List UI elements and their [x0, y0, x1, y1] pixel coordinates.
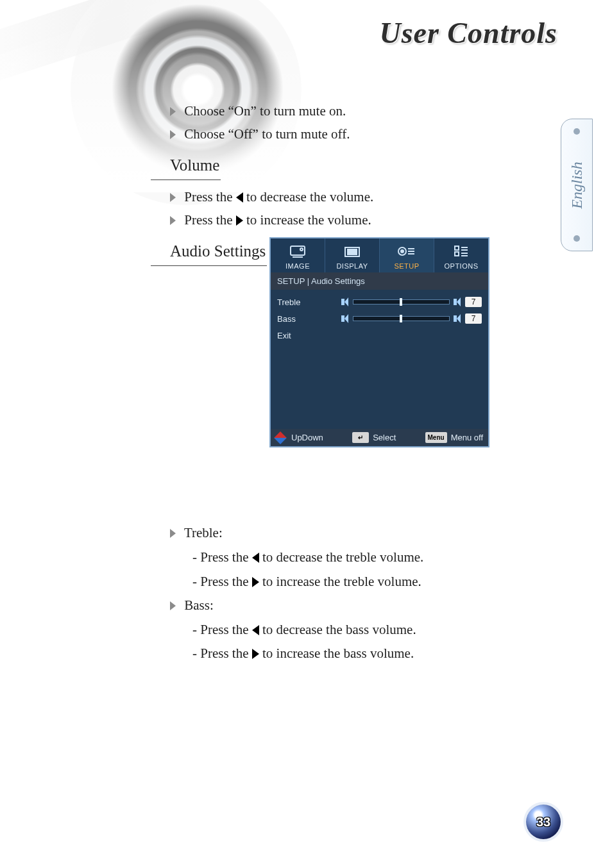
- bullet-arrow-icon: [170, 216, 176, 225]
- bullet-arrow-icon: [170, 529, 176, 538]
- mute-off-text: Choose “Off” to turn mute off.: [184, 126, 350, 142]
- osd-footer-updown: UpDown: [291, 433, 323, 442]
- osd-breadcrumb: SETUP | Audio Settings: [271, 272, 488, 290]
- osd-row-label: Exit: [277, 331, 341, 340]
- chapter-title: User Controls: [379, 16, 557, 50]
- bullet-arrow-icon: [170, 601, 176, 610]
- osd-tab-label: SETUP: [380, 262, 434, 270]
- text: Press the: [184, 212, 236, 228]
- bass-heading: Bass:: [184, 597, 214, 613]
- right-arrow-icon: [236, 215, 243, 226]
- bass-heading-line: Bass:: [170, 595, 561, 617]
- svg-rect-7: [455, 246, 459, 250]
- osd-slider[interactable]: 7: [341, 297, 482, 307]
- osd-row-label: Treble: [277, 297, 341, 307]
- audio-settings-heading: Audio Settings: [151, 238, 267, 266]
- slider-knob[interactable]: [400, 315, 402, 322]
- slider-knob[interactable]: [400, 298, 402, 306]
- slider-track[interactable]: [353, 299, 450, 305]
- treble-decrease-line: - Press the to decrease the treble volum…: [192, 547, 561, 569]
- svg-rect-4: [353, 249, 357, 255]
- mute-on-text: Choose “On” to turn mute on.: [184, 103, 346, 119]
- text: - Press the: [192, 574, 252, 589]
- slider-value: 7: [465, 313, 482, 324]
- text: - Press the: [192, 646, 252, 661]
- page-number: 33: [536, 815, 550, 830]
- bass-sub: - Press the to decrease the bass volume.…: [192, 619, 561, 665]
- page-number-orb: 33: [526, 805, 561, 839]
- volume-increase-line: Press the to increase the volume.: [170, 210, 561, 231]
- slider-value: 7: [465, 297, 482, 307]
- decorative-dot: [574, 128, 580, 135]
- svg-point-1: [300, 248, 303, 251]
- text: to decrease the volume.: [246, 189, 373, 204]
- text: to increase the treble volume.: [262, 574, 421, 589]
- osd-tab-label: OPTIONS: [434, 262, 488, 270]
- decorative-dot: [574, 235, 580, 242]
- bullet-arrow-icon: [170, 107, 176, 116]
- setup-tab-icon: [380, 242, 434, 260]
- volume-heading: Volume: [151, 153, 221, 180]
- speaker-high-icon: [454, 297, 461, 306]
- display-tab-icon: [325, 242, 379, 260]
- left-arrow-icon: [252, 625, 259, 635]
- treble-heading: Treble:: [184, 525, 223, 540]
- osd-footer-menuoff: Menu off: [451, 433, 483, 442]
- osd-row-label: Bass: [277, 314, 341, 324]
- text: Press the: [184, 189, 236, 204]
- osd-slider[interactable]: 7: [341, 313, 482, 324]
- osd-tabs: IMAGE DISPLAY SETUP OPTIONS: [271, 238, 488, 272]
- text: to decrease the bass volume.: [262, 622, 416, 637]
- svg-rect-8: [455, 252, 459, 256]
- language-label: English: [569, 162, 584, 208]
- enter-key-icon: ↵: [352, 432, 369, 443]
- osd-menu: IMAGE DISPLAY SETUP OPTIONS SE: [269, 237, 489, 447]
- bass-decrease-line: - Press the to decrease the bass volume.: [192, 619, 561, 641]
- osd-tab-setup[interactable]: SETUP: [380, 238, 434, 272]
- bass-increase-line: - Press the to increase the bass volume.: [192, 643, 561, 665]
- bullet-arrow-icon: [170, 193, 176, 202]
- mute-on-line: Choose “On” to turn mute on.: [170, 101, 561, 122]
- menu-key-icon: Menu: [425, 432, 447, 443]
- image-tab-icon: [271, 242, 325, 260]
- osd-tab-image[interactable]: IMAGE: [271, 238, 325, 272]
- treble-heading-line: Treble:: [170, 522, 561, 544]
- updown-diamond-icon: [274, 431, 287, 444]
- osd-rows: Treble 7 Bass 7 Exit: [271, 290, 488, 429]
- treble-sub: - Press the to decrease the treble volum…: [192, 547, 561, 592]
- left-arrow-icon: [252, 553, 259, 563]
- left-arrow-icon: [236, 192, 243, 203]
- right-arrow-icon: [252, 577, 259, 587]
- speaker-high-icon: [454, 314, 461, 323]
- osd-tab-options[interactable]: OPTIONS: [434, 238, 488, 272]
- osd-tab-label: IMAGE: [271, 262, 325, 270]
- text: to increase the volume.: [246, 212, 371, 228]
- osd-tab-display[interactable]: DISPLAY: [325, 238, 380, 272]
- osd-row-bass[interactable]: Bass 7: [277, 310, 482, 327]
- osd-row-treble[interactable]: Treble 7: [277, 294, 482, 310]
- treble-increase-line: - Press the to increase the treble volum…: [192, 571, 561, 593]
- text: - Press the: [192, 622, 252, 637]
- bullet-arrow-icon: [170, 130, 176, 139]
- volume-decrease-line: Press the to decrease the volume.: [170, 187, 561, 208]
- text: to increase the bass volume.: [262, 646, 414, 661]
- language-tab: English: [561, 119, 593, 251]
- speaker-low-icon: [341, 314, 349, 323]
- text: to decrease the treble volume.: [262, 549, 423, 565]
- mute-off-line: Choose “Off” to turn mute off.: [170, 124, 561, 146]
- osd-footer: UpDown ↵ Select Menu Menu off: [271, 429, 488, 446]
- text: - Press the: [192, 549, 252, 565]
- slider-track[interactable]: [353, 316, 450, 321]
- osd-footer-select: Select: [373, 433, 396, 442]
- svg-rect-3: [348, 249, 352, 255]
- options-tab-icon: [434, 242, 488, 260]
- right-arrow-icon: [252, 649, 259, 659]
- osd-row-exit[interactable]: Exit: [277, 327, 482, 344]
- osd-tab-label: DISPLAY: [325, 262, 379, 270]
- svg-point-6: [401, 250, 404, 253]
- speaker-low-icon: [341, 297, 349, 306]
